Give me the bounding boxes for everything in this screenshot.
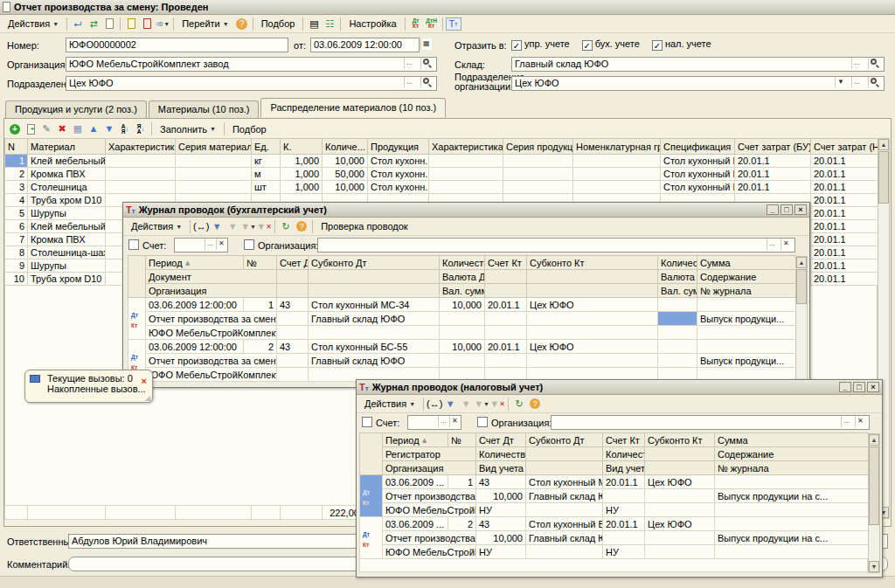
grid-cell[interactable]: Организация (383, 461, 476, 475)
grid-cell[interactable]: 10,000 (476, 489, 526, 503)
grid-cell[interactable]: 20.01.1 (603, 517, 645, 531)
org-clear-icon[interactable]: ✕ (781, 239, 791, 250)
grid-cell[interactable]: Шурупы (28, 259, 106, 273)
grid-cell[interactable] (527, 354, 658, 368)
org-ellipsis-button[interactable]: ... (841, 416, 851, 427)
filter-menu-icon[interactable]: ▼▼ (240, 220, 256, 233)
move-up-icon[interactable]: ▲ (86, 122, 101, 135)
set-interval-icon[interactable]: (↔) (427, 398, 442, 411)
schet-ellipsis-button[interactable]: ... (205, 239, 215, 250)
grid-cell[interactable] (658, 326, 697, 340)
org-dept-ellipsis-button[interactable]: ... (851, 77, 862, 88)
grid-cell[interactable]: Валюта Кт (658, 270, 697, 284)
org-clear-icon[interactable]: ✕ (855, 416, 865, 427)
grid-cell[interactable]: 1 (5, 155, 28, 168)
dtkt-icon[interactable]: ДтКт (408, 17, 424, 31)
grid-cell[interactable]: Цех ЮФО (645, 517, 715, 531)
grid-cell[interactable]: 10,000 (440, 298, 485, 312)
grid-cell[interactable]: Субконто Дт (309, 256, 440, 270)
minimize-button[interactable]: _ (767, 204, 779, 215)
grid-cell[interactable]: Отчет производства за смену Ю... (146, 354, 277, 368)
column-header[interactable]: Счет затрат (БУ) (735, 139, 811, 155)
grid-cell[interactable]: Вид учета Кт (603, 461, 645, 475)
grid-cell[interactable] (485, 354, 527, 368)
grid-cell[interactable] (573, 181, 661, 194)
table-row[interactable]: 1Клей мебельныйкг1,00010,000Стол кухонн.… (5, 155, 878, 168)
grid-cell[interactable] (527, 284, 658, 298)
clear-filter-icon[interactable]: ▼✕ (256, 220, 272, 233)
grid-cell[interactable]: Регистратор (383, 447, 476, 461)
grid-cell[interactable] (715, 503, 869, 517)
post-doc-icon[interactable] (123, 17, 139, 31)
sort-desc-icon[interactable]: ЯА↓ (133, 122, 149, 135)
grid-cell[interactable] (503, 181, 573, 194)
grid-cell[interactable] (106, 181, 176, 194)
grid-cell[interactable] (277, 368, 309, 382)
grid-cell[interactable]: 43 (277, 298, 309, 312)
filter-icon[interactable]: ▼ (225, 220, 240, 233)
grid-cell[interactable]: Документ (146, 270, 277, 284)
grid-cell[interactable] (645, 461, 715, 475)
grid-cell[interactable] (106, 155, 176, 168)
table-row[interactable]: 3Столешницашт1,00010,000Стол кухонн...Ст… (5, 181, 878, 194)
grid-cell[interactable] (573, 155, 661, 168)
grid-cell[interactable] (526, 461, 603, 475)
delete-row-icon[interactable]: ✖ (54, 122, 70, 135)
grid-cell[interactable] (277, 326, 309, 340)
schet-clear-icon[interactable]: ✕ (449, 416, 460, 427)
grid-cell[interactable] (440, 312, 485, 326)
grid-cell[interactable]: Труба хром D10 (28, 194, 106, 207)
journal-nu-scrollbar[interactable]: ▲▼ (868, 433, 880, 573)
dtkt-nu-icon[interactable]: ДтНКт (424, 17, 440, 31)
grid-cell[interactable]: Стол кухонный МС-34 (309, 298, 440, 312)
table-row[interactable]: 2Кромка ПВХм1,00050,000Стол кухонн...Сто… (5, 168, 878, 181)
dept-search-icon[interactable] (420, 77, 431, 88)
grid-cell[interactable]: Валюта Дт (440, 270, 485, 284)
grid-cell[interactable]: 1,000 (281, 181, 323, 194)
grid-cell[interactable]: Стол кухонн... (368, 155, 429, 168)
grid-cell[interactable]: Организация (146, 284, 277, 298)
column-header[interactable]: Характеристика п... (429, 139, 503, 155)
grid-cell[interactable] (440, 326, 485, 340)
grid-cell[interactable] (645, 545, 715, 559)
grid-cell[interactable]: НУ (603, 503, 645, 517)
grid-cell[interactable]: Цех ЮФО (527, 298, 658, 312)
grid-cell[interactable]: Клей мебельный (28, 155, 106, 168)
grid-cell[interactable]: 03.06.2009 ... (383, 475, 448, 489)
journal-bu-scrollbar[interactable]: ▲ (795, 256, 808, 383)
grid-cell[interactable]: Отчет производства за см... (383, 489, 476, 503)
grid-cell[interactable] (645, 531, 715, 545)
grid-cell[interactable] (429, 168, 503, 181)
output-menu-icon[interactable]: ➾▼ (155, 17, 170, 31)
grid-cell[interactable]: Стол кухонн... (368, 181, 429, 194)
refresh-icon[interactable]: ↻ (511, 398, 527, 411)
column-header[interactable]: Ед. (252, 139, 281, 155)
grid-cell[interactable]: Стол кухонный Б... (661, 168, 735, 181)
grid-cell[interactable]: 9 (5, 259, 28, 273)
column-header[interactable]: Серия продукции (503, 139, 573, 155)
grid-cell[interactable]: № журнала (715, 461, 869, 475)
grid-cell[interactable]: Количество ... (658, 256, 697, 270)
close-button[interactable]: × (794, 204, 807, 215)
grid-cell[interactable] (176, 181, 252, 194)
grid-cell[interactable]: 20.01.1 (735, 181, 811, 194)
dtkt-op-icon[interactable]: ДтКт (360, 517, 383, 559)
grid-cell[interactable]: 50,000 (323, 168, 368, 181)
grid-cell[interactable] (527, 326, 658, 340)
grid-cell[interactable] (603, 531, 645, 545)
grid-cell[interactable]: Столешница (28, 181, 106, 194)
grid-cell[interactable]: 10,000 (440, 340, 485, 354)
grid-cell[interactable]: Главный склад ЮФО (309, 354, 440, 368)
grid-cell[interactable]: Выпуск продукции на с... (715, 489, 869, 503)
grid-cell[interactable] (603, 489, 645, 503)
org-filter-checkbox[interactable] (244, 239, 254, 250)
grid-cell[interactable] (527, 312, 658, 326)
grid-cell[interactable] (106, 506, 176, 520)
column-header[interactable]: Количе... (323, 139, 368, 155)
grid-cell[interactable]: Стол кухонн... (368, 168, 429, 181)
check-postings-button[interactable]: Проверка проводок (316, 220, 413, 232)
grid-cell[interactable]: 20.01.1 (811, 181, 878, 194)
grid-cell[interactable]: 43 (476, 475, 526, 489)
grid-cell[interactable]: Столешница-шах... (28, 246, 106, 259)
grid-cell[interactable]: Сумма (715, 433, 869, 447)
